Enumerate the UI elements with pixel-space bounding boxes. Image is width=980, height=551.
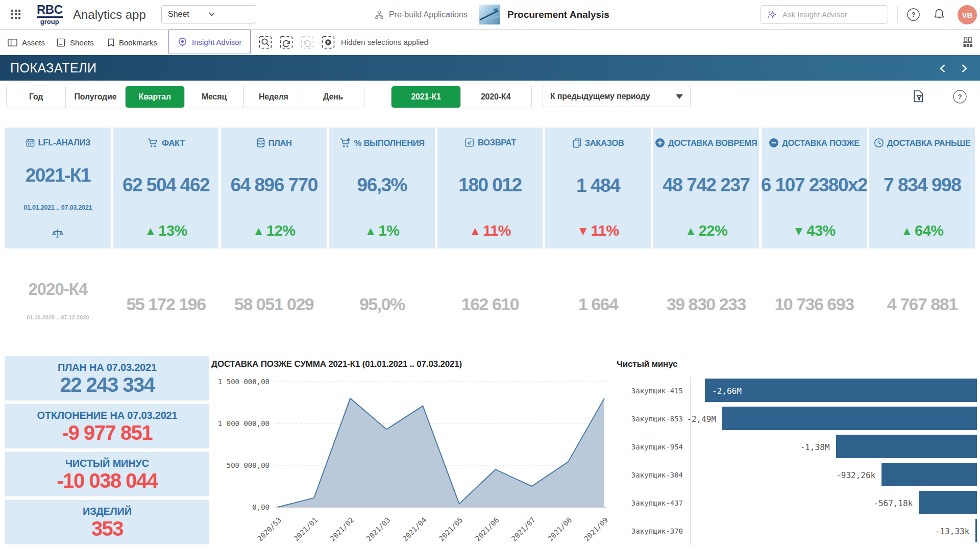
notifications-bell-icon[interactable]: [933, 8, 945, 21]
kpi-tile[interactable]: ДОСТАВКА РАНЬШЕ7 834 998▲64%: [869, 128, 975, 248]
net-minus-bar-chart[interactable]: Чистый минус Закупщик-415-2,66MЗакупщик-…: [616, 356, 977, 550]
kpi-tile-header: ПЛАН: [256, 138, 292, 148]
prebuild-applications-label: Pre-build Applications: [389, 10, 468, 19]
bar-category-label: Закупщик-954: [616, 443, 690, 451]
bar-category-label: Закупщик-853: [616, 415, 690, 423]
quarter-button-2021-К1[interactable]: 2021-К1: [391, 86, 461, 108]
late-delivery-area-chart[interactable]: ДОСТАВКА ПОЗЖЕ СУММА 2021-К1 (01.01.2021…: [210, 356, 611, 550]
kpi-tile[interactable]: ПЛАН64 896 770▲12%: [221, 128, 327, 248]
left-kpi-card[interactable]: ИЗДЕЛИЙ353: [5, 500, 209, 544]
redo-selection-icon: [300, 35, 315, 50]
kpi-tile[interactable]: ФАКТ62 504 462▲13%: [113, 128, 219, 248]
selections-search-icon[interactable]: [258, 35, 273, 50]
kpi-tile-label: ВОЗВРАТ: [478, 138, 516, 147]
period-button-День[interactable]: День: [303, 86, 362, 108]
period-button-Полугодие[interactable]: Полугодие: [66, 86, 125, 108]
insight-advisor-search[interactable]: [761, 5, 888, 24]
previous-value-cell: 162 610: [437, 276, 543, 333]
bar-segment[interactable]: [836, 435, 977, 458]
bar-row[interactable]: Закупщик-437-567,18k: [616, 489, 977, 517]
assets-button[interactable]: Assets: [7, 30, 45, 55]
clock-icon: [874, 138, 884, 148]
kpi-tile[interactable]: % ВЫПОЛНЕНИЯ96,3%▲1%: [329, 128, 435, 248]
triangle-down-icon: ▼: [577, 224, 589, 238]
kpi-tile[interactable]: ВОЗВРАТ180 012▲11%: [437, 128, 543, 248]
left-kpi-card[interactable]: ПЛАН НА 07.03.202122 243 334: [5, 356, 209, 400]
bar-row[interactable]: Закупщик-370-13,33k: [616, 517, 977, 545]
sheets-button[interactable]: Sheets: [56, 30, 94, 55]
kpi-tile-delta: ▲64%: [901, 222, 944, 239]
bar-row[interactable]: Закупщик-304-932,26k: [616, 461, 977, 489]
period-button-Год[interactable]: Год: [7, 86, 66, 108]
lfl-analysis-tile[interactable]: LFL-АНАЛИЗ2021-К101.01.2021 .. 07.03.202…: [5, 128, 111, 248]
user-avatar[interactable]: VB: [958, 5, 977, 24]
kpi-tile[interactable]: ЗАКАЗОВ1 484▼11%: [545, 128, 651, 248]
export-filter-icon[interactable]: [912, 89, 925, 104]
previous-value-cell: 39 830 233: [653, 276, 759, 333]
current-app-name[interactable]: Procurement Analysis: [507, 0, 609, 29]
bookmarks-label: Bookmarks: [119, 38, 157, 47]
sheet-selector-value: Sheet: [168, 10, 209, 19]
compare-period-value: К предыдущему периоду: [550, 92, 650, 101]
undo-selection-icon[interactable]: [279, 35, 294, 50]
bar-row[interactable]: Закупщик-954-1,38M: [616, 433, 977, 461]
kpi-tile[interactable]: ДОСТАВКА ВОВРЕМЯ48 742 237▲22%: [653, 128, 759, 248]
period-button-Квартал[interactable]: Квартал: [126, 86, 185, 108]
insight-advisor-button[interactable]: Insight Advisor: [168, 30, 251, 54]
bar-segment[interactable]: [919, 491, 977, 514]
prebuild-applications-link[interactable]: Pre-build Applications: [374, 0, 468, 29]
previous-value-cell: 58 051 029: [221, 276, 327, 333]
topbar-divider: [897, 6, 898, 23]
compare-period-dropdown[interactable]: К предыдущему периоду: [543, 86, 691, 107]
return-icon: [464, 138, 475, 147]
help-icon[interactable]: ?: [906, 8, 920, 21]
next-sheet-icon[interactable]: [958, 62, 971, 75]
kpi-tile-header: ФАКТ: [147, 138, 185, 148]
bar-track: -932,26k: [690, 461, 977, 489]
bar-row[interactable]: Закупщик-415-2,66M: [616, 377, 977, 405]
bar-segment[interactable]: [881, 463, 977, 486]
previous-value: 39 830 233: [667, 294, 746, 314]
period-button-Месяц[interactable]: Месяц: [185, 86, 244, 108]
chart-help-icon[interactable]: ?: [952, 89, 967, 104]
bookmarks-button[interactable]: Bookmarks: [107, 30, 157, 55]
x-axis-label: 2021/05: [437, 516, 464, 543]
sheet-title-band: ПОКАЗАТЕЛИ: [0, 55, 980, 81]
kpi-tile-header: ДОСТАВКА РАНЬШЕ: [874, 138, 971, 148]
prev-sheet-icon[interactable]: [936, 62, 949, 75]
svg-text:0,00: 0,00: [252, 503, 270, 511]
kpi-tile-delta: ▲13%: [144, 222, 187, 239]
bar-segment[interactable]: [722, 407, 977, 430]
clear-selections-icon[interactable]: [321, 35, 336, 50]
area-chart-title: ДОСТАВКА ПОЗЖЕ СУММА 2021-К1 (01.01.2021…: [211, 359, 611, 369]
bookmark-icon: [107, 38, 115, 47]
bar-row[interactable]: Закупщик-853-2,49M: [616, 405, 977, 433]
ask-insight-advisor-input[interactable]: [781, 10, 885, 19]
x-axis-label: 2021/09: [582, 516, 609, 543]
kpi-tile[interactable]: ДОСТАВКА ПОЗЖЕ6 107 2380x2▼43%: [762, 128, 867, 248]
period-button-Неделя[interactable]: Неделя: [244, 86, 303, 108]
sheets-label: Sheets: [70, 38, 94, 47]
hidden-selections-status: Hidden selections applied: [341, 30, 428, 55]
quarter-button-2020-К4[interactable]: 2020-К4: [461, 86, 530, 108]
previous-value-cell: 95,0%: [329, 276, 435, 333]
kpi-delta-value: 1%: [379, 222, 400, 239]
left-kpi-card[interactable]: ЧИСТЫЙ МИНУС-10 038 044: [5, 452, 209, 496]
bar-category-label: Закупщик-370: [616, 527, 690, 535]
app-launcher-icon[interactable]: [10, 9, 21, 20]
bar-value-label: -1,38M: [800, 442, 830, 452]
sheet-grid-icon[interactable]: [962, 37, 974, 48]
app-thumbnail[interactable]: [479, 5, 500, 24]
sheet-selector-dropdown[interactable]: Sheet: [161, 5, 256, 23]
bar-segment[interactable]: [975, 519, 977, 542]
dashboard-page: RBC group Analytics app Sheet Pre-build …: [0, 0, 980, 551]
bar-segment[interactable]: [705, 379, 977, 402]
more-options-icon[interactable]: ···: [596, 0, 610, 29]
left-kpi-card[interactable]: ОТКЛОНЕНИЕ НА 07.03.2021-9 977 851: [5, 404, 209, 448]
sheet-toolbar: Assets Sheets Bookmarks Insight Advisor …: [0, 30, 980, 56]
kpi-tile-row: LFL-АНАЛИЗ2021-К101.01.2021 .. 07.03.202…: [5, 128, 975, 248]
x-axis-label: 2021/08: [546, 516, 573, 543]
svg-text:?: ?: [958, 93, 962, 101]
previous-value: 58 051 029: [234, 294, 313, 314]
lfl-tile-label: LFL-АНАЛИЗ: [38, 138, 90, 147]
